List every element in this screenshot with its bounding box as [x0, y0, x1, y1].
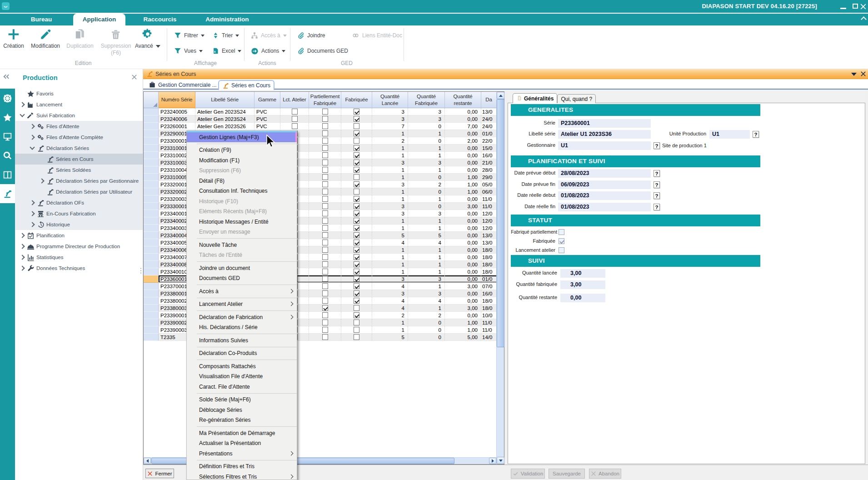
checkbox[interactable] — [354, 160, 359, 165]
checkbox[interactable] — [322, 152, 328, 158]
context-menu-item[interactable] — [197, 238, 297, 239]
row-selector-cell[interactable] — [144, 166, 159, 174]
liens-entite-doc-button[interactable]: Liens Entité-Doc — [352, 30, 402, 40]
context-menu-item[interactable]: Lancement Atelier — [187, 299, 297, 310]
tree-item[interactable]: Séries en Cours — [15, 154, 143, 165]
context-menu-item[interactable]: Re-génération Séries — [187, 415, 297, 425]
tree-item[interactable]: Suivi Fabrication — [15, 110, 143, 121]
tree-expand-icon[interactable] — [18, 232, 26, 239]
tree-expand-icon[interactable] — [18, 265, 26, 272]
fermer-button[interactable]: Fermer — [145, 469, 174, 478]
checkbox[interactable] — [322, 210, 328, 216]
panel-divider[interactable] — [504, 90, 508, 465]
context-menu-item[interactable] — [197, 261, 297, 262]
row-selector-cell[interactable] — [144, 275, 159, 283]
row-selector-cell[interactable] — [144, 203, 159, 210]
tree-expand-icon[interactable] — [18, 254, 26, 261]
tree-item[interactable]: Données Techniques — [15, 263, 143, 274]
tree-item[interactable]: Déclaration Séries par Gestionnaire — [15, 175, 143, 186]
scroll-down-button[interactable] — [497, 457, 504, 464]
row-selector-cell[interactable] — [144, 115, 159, 123]
column-header-numero-serie[interactable]: Numéro Série — [159, 92, 195, 108]
scroll-up-button[interactable] — [497, 92, 504, 99]
row-selector-cell[interactable] — [144, 210, 159, 217]
tree-item[interactable]: Favoris — [15, 88, 143, 99]
checkbox[interactable] — [322, 232, 328, 238]
checkbox[interactable] — [292, 123, 298, 129]
tree-item[interactable]: Programme Directeur de Production — [15, 241, 143, 252]
checkbox[interactable] — [322, 138, 328, 144]
context-menu-item[interactable] — [197, 298, 297, 298]
checkbox[interactable] — [322, 320, 328, 325]
tree-item[interactable]: Statistiques — [15, 252, 143, 263]
checkbox[interactable] — [322, 269, 328, 275]
select-all-header[interactable] — [144, 92, 159, 108]
checkbox[interactable] — [354, 334, 359, 340]
sidebar-strip-icon[interactable] — [0, 184, 15, 203]
row-selector-cell[interactable] — [144, 254, 159, 261]
row-selector-cell[interactable] — [144, 145, 159, 152]
row-selector-cell[interactable] — [144, 283, 159, 290]
checkbox[interactable] — [354, 298, 359, 304]
checkbox[interactable] — [322, 334, 328, 340]
checkbox[interactable] — [354, 320, 359, 325]
checkbox[interactable] — [354, 290, 359, 296]
row-selector-cell[interactable] — [144, 137, 159, 145]
row-selector-cell[interactable] — [144, 159, 159, 166]
row-selector-cell[interactable] — [144, 268, 159, 275]
field-gestionnaire[interactable]: U1 — [558, 141, 651, 150]
scroll-right-button[interactable] — [489, 458, 496, 464]
tree-expand-icon[interactable] — [28, 145, 36, 152]
tab-generalites[interactable]: Généralités — [513, 93, 557, 103]
checkbox[interactable] — [322, 290, 328, 296]
column-header-date[interactable]: Da — [481, 92, 496, 108]
close-button[interactable] — [858, 0, 868, 12]
checkbox[interactable] — [322, 247, 328, 253]
checkbox[interactable] — [322, 167, 328, 173]
row-selector-cell[interactable] — [144, 334, 159, 341]
context-menu-item[interactable]: Joindre un document — [187, 263, 297, 274]
help-button[interactable]: ? — [753, 131, 759, 138]
row-selector-cell[interactable] — [144, 152, 159, 159]
context-menu-item[interactable]: Solde Série (Maj+F6) — [187, 395, 297, 405]
checkbox[interactable] — [354, 123, 359, 129]
checkbox[interactable] — [354, 203, 359, 209]
checkbox[interactable] — [322, 181, 328, 187]
checkbox[interactable] — [322, 116, 328, 122]
field-quantite-lancee[interactable]: 3,00 — [560, 269, 605, 278]
context-menu-item[interactable]: Modification (F1) — [187, 155, 297, 166]
context-menu-item[interactable]: Consultation Inf. Techniques — [187, 186, 297, 196]
context-menu-item[interactable]: Caract. File d'Attente — [187, 382, 297, 392]
tree-item[interactable]: Déclaration Séries — [15, 143, 143, 154]
checkbox[interactable] — [322, 123, 328, 129]
checkbox[interactable] — [354, 312, 359, 318]
context-menu-item[interactable]: Accès à — [187, 286, 297, 297]
row-selector-cell[interactable] — [144, 305, 159, 312]
tree-item[interactable]: Déclaration OFs — [15, 197, 143, 208]
field-quantite-restante[interactable]: 0,00 — [560, 294, 605, 302]
row-selector-cell[interactable] — [144, 290, 159, 297]
checkbox[interactable] — [322, 283, 328, 289]
tab-series-en-cours[interactable]: Séries en Cours — [218, 80, 274, 90]
checkbox-lancement-atelier[interactable] — [559, 247, 564, 253]
tree-item[interactable]: Lancement — [15, 99, 143, 110]
context-menu-item[interactable]: Historique (F10) — [187, 196, 297, 207]
ribbon-collapse-icon[interactable] — [861, 17, 867, 22]
checkbox[interactable] — [354, 240, 359, 245]
tree-expand-icon[interactable] — [38, 166, 45, 174]
panel-close-icon[interactable] — [131, 74, 137, 80]
checkbox[interactable] — [354, 152, 359, 158]
row-selector-cell[interactable] — [144, 261, 159, 268]
row-selector-cell[interactable] — [144, 297, 159, 305]
field-date-prevue-debut[interactable]: 28/08/2023 — [558, 169, 651, 178]
checkbox[interactable] — [322, 160, 328, 165]
sidebar-strip-icon[interactable] — [0, 108, 15, 127]
joindre-button[interactable]: Joindre — [297, 30, 325, 40]
context-menu-item[interactable]: Tâches de l'Entité — [187, 250, 297, 260]
tree-expand-icon[interactable] — [38, 188, 45, 195]
field-libelle-serie[interactable]: Atelier U1 2023S36 — [558, 130, 651, 139]
row-selector-cell[interactable] — [144, 312, 159, 319]
context-menu-item[interactable]: Actualiser la Présentation — [187, 438, 297, 449]
context-menu-item[interactable]: Création (F9) — [187, 145, 297, 155]
tree-item[interactable]: Files d'Attente — [15, 121, 143, 132]
